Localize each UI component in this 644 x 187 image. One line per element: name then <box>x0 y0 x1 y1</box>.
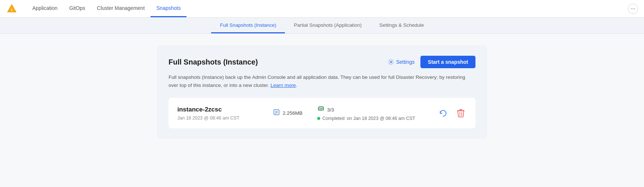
file-icon <box>273 109 280 118</box>
settings-label: Settings <box>396 59 415 65</box>
nav-item-application[interactable]: Application <box>26 0 64 17</box>
sub-nav-partial-snapshots[interactable]: Partial Snapshots (Application) <box>285 18 370 33</box>
snapshot-status-date: on Jan 18 2023 @ 08:46 am CST <box>347 116 415 121</box>
more-menu-button[interactable]: ··· <box>628 4 638 14</box>
svg-rect-7 <box>275 113 277 114</box>
nav-items: Application GitOps Cluster Management Sn… <box>26 0 187 17</box>
sub-nav: Full Snapshots (Instance) Partial Snapsh… <box>0 18 644 34</box>
svg-point-8 <box>318 107 323 109</box>
delete-button[interactable] <box>455 107 467 119</box>
svg-rect-5 <box>275 111 278 111</box>
learn-more-link[interactable]: Learn more <box>271 82 296 88</box>
top-nav: ! Application GitOps Cluster Management … <box>0 0 644 18</box>
main-content: Full Snapshots (Instance) Settings Start… <box>0 34 644 150</box>
snapshot-info: instance-2zcsc Jan 18 2023 @ 08:46 am CS… <box>177 106 258 121</box>
snapshot-name: instance-2zcsc <box>177 106 258 113</box>
settings-link[interactable]: Settings <box>388 59 415 65</box>
restore-button[interactable] <box>437 107 449 119</box>
snapshot-volumes: 3/3 <box>317 105 415 114</box>
card-actions: Settings Start a snapshot <box>388 56 475 68</box>
snapshot-status: Completed <box>322 116 344 121</box>
svg-point-3 <box>390 61 392 63</box>
sub-nav-full-snapshots[interactable]: Full Snapshots (Instance) <box>211 18 285 33</box>
svg-rect-10 <box>459 109 462 110</box>
svg-text:!: ! <box>11 8 12 12</box>
sub-nav-settings-schedule[interactable]: Settings & Schedule <box>370 18 433 33</box>
snapshot-volumes-value: 3/3 <box>327 107 334 113</box>
snapshot-size: 2.256MB <box>273 109 303 118</box>
snapshot-date: Jan 18 2023 @ 08:46 am CST <box>177 115 258 121</box>
volumes-icon <box>317 105 325 114</box>
svg-rect-9 <box>457 110 464 111</box>
card-header: Full Snapshots (Instance) Settings Start… <box>169 56 475 68</box>
nav-item-snapshots[interactable]: Snapshots <box>151 0 187 17</box>
start-snapshot-button[interactable]: Start a snapshot <box>420 56 475 68</box>
gear-icon <box>388 59 394 65</box>
svg-rect-6 <box>275 112 278 113</box>
card-description: Full snapshots (Instance) back up the Ad… <box>169 73 475 89</box>
card-title: Full Snapshots (Instance) <box>169 58 258 66</box>
nav-item-gitops[interactable]: GitOps <box>64 0 91 17</box>
nav-item-cluster-management[interactable]: Cluster Management <box>91 0 151 17</box>
snapshot-status-row: Completed on Jan 18 2023 @ 08:46 am CST <box>317 116 415 121</box>
snapshot-meta: 2.256MB <box>258 105 437 121</box>
snapshot-item: instance-2zcsc Jan 18 2023 @ 08:46 am CS… <box>169 98 475 128</box>
snapshot-volumes-stack: 3/3 Completed on Jan 18 2023 @ 08:46 am … <box>317 105 415 121</box>
content-card: Full Snapshots (Instance) Settings Start… <box>157 45 487 139</box>
logo-icon: ! <box>6 3 18 15</box>
snapshot-actions <box>437 107 467 119</box>
snapshot-size-value: 2.256MB <box>283 110 303 116</box>
status-dot <box>317 117 320 120</box>
